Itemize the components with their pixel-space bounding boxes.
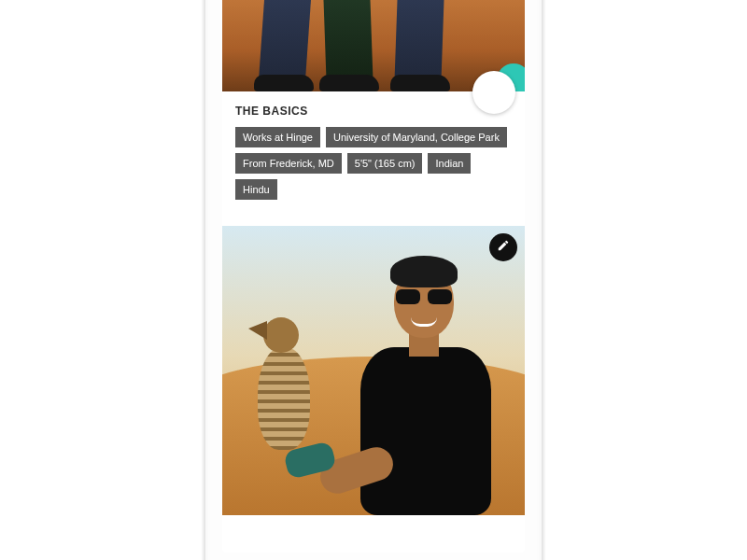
photo-decoration (254, 75, 314, 91)
basics-tags: Works at Hinge University of Maryland, C… (235, 127, 512, 200)
tag-ethnicity[interactable]: Indian (428, 153, 471, 174)
tag-hometown[interactable]: From Frederick, MD (235, 153, 342, 174)
tag-work[interactable]: Works at Hinge (235, 127, 320, 147)
basics-title: THE BASICS (235, 105, 512, 118)
photo-decoration (342, 263, 500, 515)
basics-card: THE BASICS Works at Hinge University of … (222, 91, 525, 226)
profile-photo-bottom[interactable] (222, 226, 525, 515)
photo-decoration (319, 75, 379, 91)
photo-decoration (241, 310, 325, 450)
edit-photo-button[interactable] (489, 233, 517, 261)
tag-religion[interactable]: Hindu (235, 179, 277, 200)
photo-decoration (390, 75, 450, 91)
tag-school[interactable]: University of Maryland, College Park (326, 127, 507, 147)
tag-height[interactable]: 5'5" (165 cm) (347, 153, 423, 174)
screen[interactable]: THE BASICS Works at Hinge University of … (222, 0, 525, 553)
like-button[interactable] (472, 71, 515, 114)
phone-frame: THE BASICS Works at Hinge University of … (205, 0, 542, 560)
pencil-icon (497, 239, 510, 256)
